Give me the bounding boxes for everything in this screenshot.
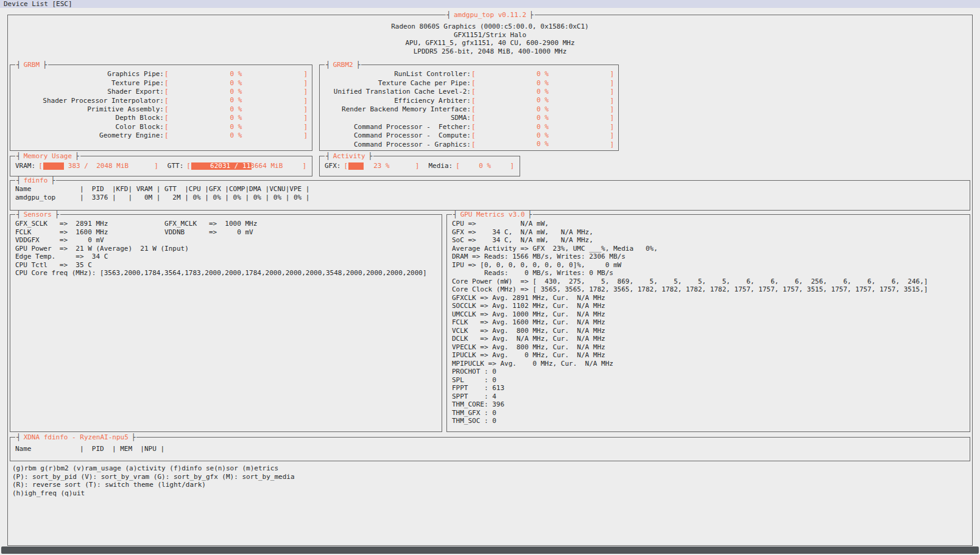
gauge-value: 0 % xyxy=(476,80,610,87)
title-left-tick-icon: ┤ xyxy=(16,61,21,69)
gauge-open-bracket: [ xyxy=(344,162,349,170)
gauge-value: 0 % xyxy=(476,97,610,104)
device-list-menu-item[interactable]: Device List [ESC] xyxy=(4,0,72,8)
gauge-value: 0 % xyxy=(169,88,303,96)
activity-panel-title: ┤Activity├ xyxy=(325,152,373,160)
gauge-close-bracket: ] xyxy=(609,79,615,88)
menu-bar: Device List [ESC] xyxy=(0,0,980,8)
activity-panel: ┤Activity├ GFX: [ 23 % 23 % ] Media: [ 0… xyxy=(319,156,520,176)
gauge-label: RunList Controller: xyxy=(323,70,471,79)
gauge-open-bracket: [ xyxy=(455,162,460,170)
grbm-panel: ┤GRBM├ Graphics Pipe:[0 %] Texture Pipe:… xyxy=(10,65,312,151)
vram-gauge: 383 / 2048 MiB 383 / 2048 MiB xyxy=(43,162,153,170)
title-left-tick-icon: ┤ xyxy=(16,211,21,218)
sensor-line: GPU Power => 21 W (Average) 21 W (Input) xyxy=(15,245,438,253)
gauge-close-bracket: ] xyxy=(609,70,615,79)
gauge-open-bracket: [ xyxy=(471,70,476,79)
gauge-value: 0 % xyxy=(476,124,610,131)
metrics-line: Core Clock (MHz) => [ 3565, 3565, 1782, … xyxy=(452,285,966,294)
memory-usage-panel: ┤Memory Usage├ VRAM: [ 383 / 2048 MiB 38… xyxy=(10,156,312,176)
gauge-open-bracket: [ xyxy=(471,88,476,96)
xdna-fdinfo-panel: ┤XDNA fdinfo - RyzenAI-npu5├ Name | PID … xyxy=(10,437,970,461)
gauge-open-bracket: [ xyxy=(164,97,169,105)
title-left-tick-icon: ┤ xyxy=(326,152,330,160)
metrics-line: VCLK => Avg. 800 MHz, Cur. N/A MHz xyxy=(452,327,966,335)
gauge-value: 0 % xyxy=(169,114,303,122)
metrics-line: Average Activity => GFX 23%, UMC ___%, M… xyxy=(452,245,966,253)
gauge-label: Texture Cache per Pipe: xyxy=(323,79,471,88)
gauge-open-bracket: [ xyxy=(164,79,169,88)
gauge-track: 0 % xyxy=(169,114,303,122)
vram-label: VRAM: xyxy=(15,162,35,170)
gauge-open-bracket: [ xyxy=(471,131,476,140)
gauge-open-bracket: [ xyxy=(164,114,169,122)
xdna-fdinfo-title: XDNA fdinfo - RyzenAI-npu5 xyxy=(24,433,129,441)
gauge-label: Geometry Engine: xyxy=(14,131,164,140)
gauge-close-bracket: ] xyxy=(303,105,308,114)
title-left-tick-icon: ┤ xyxy=(16,433,21,441)
grbm-title: GRBM xyxy=(24,61,40,69)
gauge-row: Command Processor - Graphics:[0 %] xyxy=(323,140,615,148)
gauge-track: 0 % xyxy=(169,106,303,113)
horizontal-scrollbar[interactable] xyxy=(1,546,979,554)
grbm2-panel-title: ┤GRBM2├ xyxy=(325,61,361,69)
gauge-row: Color Block:[0 %] xyxy=(14,122,308,131)
grbm2-title: GRBM2 xyxy=(333,61,353,69)
help-line: (g)rbm g(r)bm2 (v)ram_usage (a)ctivity (… xyxy=(12,464,295,473)
gauge-label: Unified Translation Cache Level-2: xyxy=(323,88,471,96)
activity-title: Activity xyxy=(333,152,365,160)
gauge-label: Texture Pipe: xyxy=(14,79,164,88)
gauge-value: 0 % xyxy=(476,132,610,139)
gauge-track: 0 % xyxy=(476,114,610,122)
gpu-metrics-panel-title: ┤GPU Metrics v3.0├ xyxy=(452,211,533,218)
gauge-row: Depth Block:[0 %] xyxy=(14,114,308,122)
fdinfo-panel: ┤fdinfo├ Name | PID |KFD| VRAM | GTT |CP… xyxy=(10,180,970,211)
sensors-panel-title: ┤Sensors├ xyxy=(15,211,60,218)
app-title: amdgpu_top v0.11.2 xyxy=(454,11,526,19)
metrics-line: THM_SOC : 0 xyxy=(452,417,966,425)
metrics-line: Reads: 0 MB/s, Writes: 0 MB/s xyxy=(452,269,966,278)
gfx-activity-gauge: 23 % 23 % xyxy=(348,162,415,170)
gfx-activity-label: GFX: xyxy=(325,162,341,170)
metrics-line: UMCCLK => Avg. 1000 MHz, Cur. N/A MHz xyxy=(452,310,966,319)
gauge-close-bracket: ] xyxy=(609,131,615,140)
sensor-line: GFX_SCLK => 2891 MHz GFX_MCLK => 1000 MH… xyxy=(15,220,438,228)
gauge-row: Texture Pipe:[0 %] xyxy=(14,79,308,87)
gauge-track: 0 % xyxy=(476,124,610,131)
fdinfo-table-row: amdgpu_top | 3376 | | 0M | 2M | 0% | 0% … xyxy=(15,194,966,202)
gauge-row: Primitive Assembly:[0 %] xyxy=(14,105,308,114)
gauge-label: Shader Processor Interpolator: xyxy=(14,97,164,105)
title-right-tick-icon: ├ xyxy=(356,61,361,69)
gauge-track: 0 % xyxy=(169,124,303,131)
gpu-metrics-lines: CPU => N/A mW, GFX => 34 C, N/A mW, N/A … xyxy=(452,220,966,425)
title-right-tick-icon: ├ xyxy=(132,433,136,441)
gauge-value: 0 % xyxy=(169,80,303,87)
gtt-gauge: 62031 / 113664 MiB 62031 / 113664 MiB xyxy=(191,162,301,170)
gauge-row: SDMA:[0 %] xyxy=(323,114,615,122)
memory-usage-row: VRAM: [ 383 / 2048 MiB 383 / 2048 MiB ] … xyxy=(15,162,307,170)
gauge-row: Unified Translation Cache Level-2:[0 %] xyxy=(323,88,615,96)
xdna-fdinfo-panel-title: ┤XDNA fdinfo - RyzenAI-npu5├ xyxy=(15,433,136,441)
gauge-open-bracket: [ xyxy=(164,131,169,140)
sensors-panel: ┤Sensors├ GFX_SCLK => 2891 MHz GFX_MCLK … xyxy=(10,214,442,432)
gauge-label: Depth Block: xyxy=(14,114,164,122)
metrics-line: Core Power (mW) => [ 430, 275, 5, 869, 5… xyxy=(452,278,966,286)
gpu-metrics-panel: ┤GPU Metrics v3.0├ CPU => N/A mW, GFX =>… xyxy=(446,214,970,432)
media-activity-label: Media: xyxy=(428,162,453,170)
gauge-open-bracket: [ xyxy=(38,162,43,170)
title-left-tick-icon: ┤ xyxy=(446,11,451,19)
fdinfo-panel-title: ┤fdinfo├ xyxy=(15,176,56,184)
title-left-tick-icon: ┤ xyxy=(16,152,21,160)
xdna-table: Name | PID | MEM |NPU | xyxy=(15,445,966,453)
gauge-track: 0 % xyxy=(476,97,610,104)
gauge-open-bracket: [ xyxy=(164,88,169,96)
gauge-close-bracket: ] xyxy=(415,162,420,170)
gauge-value: 0 % xyxy=(169,124,303,131)
gauge-close-bracket: ] xyxy=(301,162,307,170)
media-activity-gauge: 0 % xyxy=(460,162,510,170)
gauge-close-bracket: ] xyxy=(303,97,308,105)
grbm2-panel: ┤GRBM2├ RunList Controller:[0 %] Texture… xyxy=(319,65,619,151)
title-right-tick-icon: ├ xyxy=(75,152,79,160)
metrics-line: SPPT : 4 xyxy=(452,393,966,401)
grbm2-rows: RunList Controller:[0 %] Texture Cache p… xyxy=(323,70,615,149)
